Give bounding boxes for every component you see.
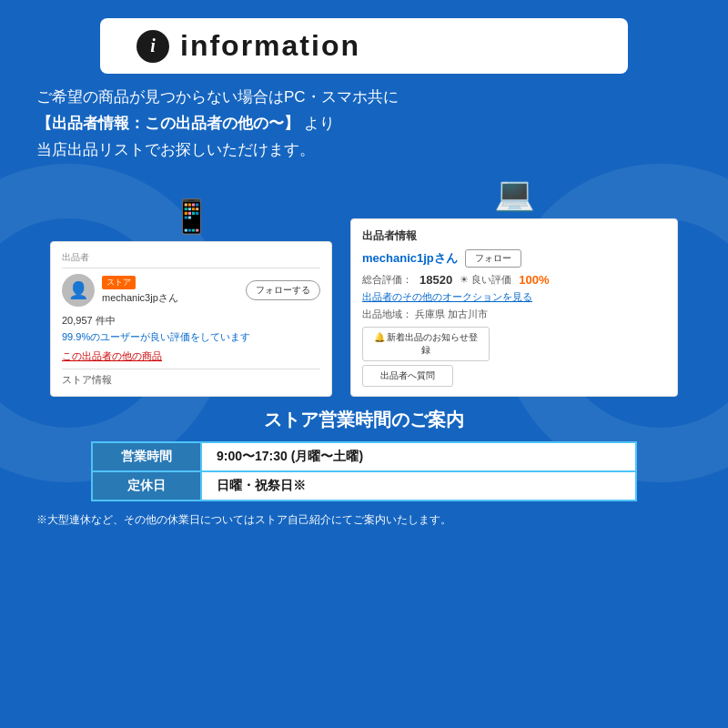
desc-line2: 【出品者情報：この出品者の他の〜】 より <box>36 111 692 137</box>
mobile-screenshot: 出品者 👤 ストア mechanic3jpさん フォローする 20,957 件中… <box>50 241 332 397</box>
ds-rating-label: 総合評価： <box>362 273 412 287</box>
ds-rating-num: 18520 <box>420 273 452 287</box>
desc-line1: ご希望の商品が見つからない場合はPC・スマホ共に <box>36 85 692 111</box>
smartphone-icon: 📱 <box>171 197 212 236</box>
hours-label: 営業時間 <box>92 442 201 471</box>
mobile-follow-btn[interactable]: フォローする <box>246 280 320 300</box>
info-title: information <box>180 29 360 63</box>
hours-value: 9:00〜17:30 (月曜〜土曜) <box>201 442 636 471</box>
mobile-seller-info: ストア mechanic3jpさん <box>102 276 238 305</box>
mobile-seller-row: 👤 ストア mechanic3jpさん フォローする <box>62 274 320 307</box>
ds-seller-name: mechanic1jpさん <box>362 250 458 267</box>
ds-good-pct: 100% <box>519 273 549 287</box>
hours-row: 営業時間9:00〜17:30 (月曜〜土曜) <box>92 442 636 471</box>
mobile-avatar: 👤 <box>62 274 95 307</box>
mobile-rating: 99.9%のユーザーが良い評価をしています <box>62 330 320 344</box>
store-hours-title: ストア営業時間のご案内 <box>264 408 464 432</box>
hours-table: 営業時間9:00〜17:30 (月曜〜土曜)定休日日曜・祝祭日※ <box>91 441 637 501</box>
desc-line2-bold: 【出品者情報：この出品者の他の〜】 <box>36 115 299 132</box>
info-header: i information <box>100 18 628 74</box>
ds-location: 出品地域： 兵庫県 加古川市 <box>362 308 666 321</box>
laptop-icon: 💻 <box>494 175 535 213</box>
footer-note: ※大型連休など、その他の休業日についてはストア自己紹介にてご案内いたします。 <box>27 512 701 528</box>
ds-question-btn[interactable]: 出品者へ質問 <box>362 365 453 387</box>
store-hours-section: ストア営業時間のご案内 営業時間9:00〜17:30 (月曜〜土曜)定休日日曜・… <box>27 408 701 501</box>
ds-rating-row: 総合評価： 18520 ☀ 良い評価 100% <box>362 273 666 287</box>
ds-good-label: ☀ 良い評価 <box>460 273 511 287</box>
description: ご希望の商品が見つからない場合はPC・スマホ共に 【出品者情報：この出品者の他の… <box>27 85 701 164</box>
mobile-seller-link[interactable]: この出品者の他の商品 <box>62 349 320 363</box>
hours-row: 定休日日曜・祝祭日※ <box>92 471 636 500</box>
hours-label: 定休日 <box>92 471 201 500</box>
ds-auction-link[interactable]: 出品者のその他のオークションを見る <box>362 290 666 304</box>
desktop-screenshot-wrapper: 💻 出品者情報 mechanic1jpさん フォロー 総合評価： 18520 ☀… <box>350 175 678 397</box>
hours-value: 日曜・祝祭日※ <box>201 471 636 500</box>
mobile-store-info: ストア情報 <box>62 373 320 387</box>
desktop-screenshot: 出品者情報 mechanic1jpさん フォロー 総合評価： 18520 ☀ 良… <box>350 218 678 397</box>
mobile-divider <box>62 369 320 369</box>
ds-title: 出品者情報 <box>362 228 666 244</box>
mobile-screenshot-wrapper: 📱 出品者 👤 ストア mechanic3jpさん フォローする 20,957 … <box>50 197 332 397</box>
ds-seller-row: mechanic1jpさん フォロー <box>362 249 666 268</box>
ds-notify-btn[interactable]: 🔔 新着出品のお知らせ登録 <box>362 327 490 361</box>
ds-follow-btn[interactable]: フォロー <box>465 249 521 268</box>
mobile-store-badge: ストア <box>102 276 136 289</box>
desc-line2-suffix: より <box>299 115 335 132</box>
screenshots-row: 📱 出品者 👤 ストア mechanic3jpさん フォローする 20,957 … <box>27 175 701 397</box>
desc-line3: 当店出品リストでお探しいただけます。 <box>36 137 692 164</box>
info-icon: i <box>136 30 169 63</box>
mobile-seller-name: mechanic3jpさん <box>102 291 238 305</box>
mobile-count: 20,957 件中 <box>62 314 320 328</box>
mobile-ss-label: 出品者 <box>62 251 320 268</box>
